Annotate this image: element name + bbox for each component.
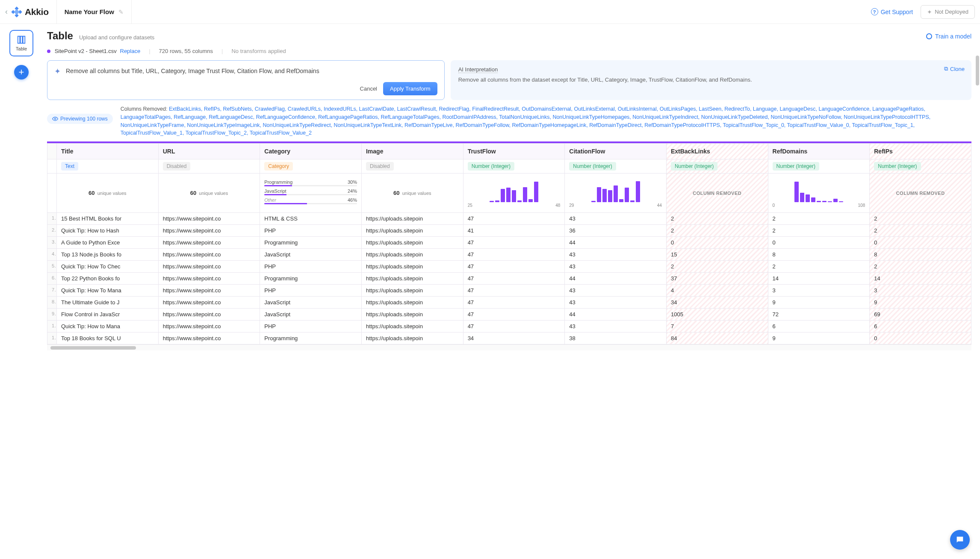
table-cell[interactable]: HTML & CSS [260, 213, 362, 225]
table-cell[interactable]: 36 [565, 225, 667, 237]
table-cell[interactable]: https://www.sitepoint.co [158, 285, 260, 297]
table-cell[interactable]: https://uploads.sitepoin [361, 332, 463, 344]
table-cell[interactable]: https://www.sitepoint.co [158, 297, 260, 309]
table-cell[interactable]: Programming [260, 237, 362, 249]
table-cell[interactable]: 41 [463, 225, 565, 237]
table-cell[interactable]: https://uploads.sitepoin [361, 225, 463, 237]
column-type-cell[interactable]: Text [57, 159, 159, 174]
table-row[interactable]: 8The Ultimate Guide to Jhttps://www.site… [47, 297, 971, 309]
dataset-replace-link[interactable]: Replace [120, 48, 141, 54]
table-cell[interactable]: The Ultimate Guide to J [57, 297, 159, 309]
column-type-cell[interactable]: Disabled [158, 159, 260, 174]
table-cell[interactable]: Programming [260, 273, 362, 285]
table-cell[interactable]: 6 [870, 321, 971, 332]
brand-logo[interactable]: Akkio [11, 6, 49, 18]
table-row[interactable]: 11Top 18 Books for SQL Uhttps://www.site… [47, 332, 971, 344]
column-type-cell[interactable]: Number (Integer) [768, 159, 870, 174]
table-cell[interactable]: Top 18 Books for SQL U [57, 332, 159, 344]
add-node-button[interactable]: + [14, 65, 29, 79]
table-cell[interactable]: JavaScript [260, 309, 362, 321]
table-cell[interactable]: 0 [870, 237, 971, 249]
table-cell[interactable]: https://uploads.sitepoin [361, 297, 463, 309]
column-type-cell[interactable]: Number (Integer) [565, 159, 667, 174]
table-cell[interactable]: 43 [565, 261, 667, 273]
table-cell[interactable]: 47 [463, 237, 565, 249]
table-cell[interactable]: https://uploads.sitepoin [361, 237, 463, 249]
table-cell[interactable]: 15 [666, 249, 768, 261]
column-type-cell[interactable]: Number (Integer) [666, 159, 768, 174]
table-cell[interactable]: https://www.sitepoint.co [158, 273, 260, 285]
table-cell[interactable]: 2 [666, 261, 768, 273]
table-cell[interactable]: 14 [768, 273, 870, 285]
table-cell[interactable]: https://www.sitepoint.co [158, 237, 260, 249]
table-cell[interactable]: 2 [666, 213, 768, 225]
table-cell[interactable]: https://uploads.sitepoin [361, 321, 463, 332]
table-cell[interactable]: 2 [768, 261, 870, 273]
table-cell[interactable]: 47 [463, 249, 565, 261]
column-header[interactable]: ExtBackLinks [666, 144, 768, 159]
clone-link[interactable]: ⧉ Clone [944, 65, 965, 72]
table-cell[interactable]: 44 [565, 309, 667, 321]
table-cell[interactable]: 0 [768, 237, 870, 249]
sidebar-node-table[interactable]: Table [9, 30, 33, 56]
column-header[interactable]: TrustFlow [463, 144, 565, 159]
table-cell[interactable]: 43 [565, 297, 667, 309]
table-cell[interactable]: 47 [463, 297, 565, 309]
table-cell[interactable]: 43 [565, 249, 667, 261]
table-cell[interactable]: Quick Tip: How to Mana [57, 321, 159, 332]
table-cell[interactable]: https://uploads.sitepoin [361, 309, 463, 321]
table-cell[interactable]: PHP [260, 225, 362, 237]
table-cell[interactable]: 9 [870, 297, 971, 309]
table-cell[interactable]: JavaScript [260, 249, 362, 261]
table-cell[interactable]: 3 [870, 285, 971, 297]
table-cell[interactable]: 2 [666, 225, 768, 237]
table-cell[interactable]: https://uploads.sitepoin [361, 285, 463, 297]
table-cell[interactable]: 7 [666, 321, 768, 332]
table-cell[interactable]: A Guide to Python Exce [57, 237, 159, 249]
horizontal-scrollbar[interactable] [47, 344, 971, 350]
table-row[interactable]: 115 Best HTML Books forhttps://www.sitep… [47, 213, 971, 225]
column-header[interactable]: Category [260, 144, 362, 159]
column-header[interactable]: Title [57, 144, 159, 159]
table-cell[interactable]: 8 [870, 249, 971, 261]
table-cell[interactable]: 0 [870, 332, 971, 344]
table-cell[interactable]: 8 [768, 249, 870, 261]
table-cell[interactable]: https://uploads.sitepoin [361, 261, 463, 273]
table-cell[interactable]: PHP [260, 285, 362, 297]
table-cell[interactable]: Quick Tip: How To Mana [57, 285, 159, 297]
table-cell[interactable]: https://www.sitepoint.co [158, 309, 260, 321]
table-row[interactable]: 2Quick Tip: How to Hashhttps://www.sitep… [47, 225, 971, 237]
vertical-scrollbar[interactable] [976, 56, 979, 85]
table-cell[interactable]: PHP [260, 261, 362, 273]
table-cell[interactable]: 1005 [666, 309, 768, 321]
column-header[interactable]: RefDomains [768, 144, 870, 159]
table-row[interactable]: 5Quick Tip: How To Chechttps://www.sitep… [47, 261, 971, 273]
table-cell[interactable]: 3 [768, 285, 870, 297]
table-row[interactable]: 4Top 13 Node.js Books fohttps://www.site… [47, 249, 971, 261]
table-cell[interactable]: https://www.sitepoint.co [158, 225, 260, 237]
column-header[interactable]: URL [158, 144, 260, 159]
table-cell[interactable]: 84 [666, 332, 768, 344]
table-cell[interactable]: 15 Best HTML Books for [57, 213, 159, 225]
table-cell[interactable]: 6 [768, 321, 870, 332]
table-cell[interactable]: Top 13 Node.js Books fo [57, 249, 159, 261]
column-type-cell[interactable]: Number (Integer) [463, 159, 565, 174]
table-cell[interactable]: 14 [870, 273, 971, 285]
column-header[interactable]: RefIPs [870, 144, 971, 159]
column-type-cell[interactable]: Number (Integer) [870, 159, 971, 174]
table-cell[interactable]: https://uploads.sitepoin [361, 273, 463, 285]
table-cell[interactable]: https://uploads.sitepoin [361, 249, 463, 261]
table-cell[interactable]: https://www.sitepoint.co [158, 213, 260, 225]
table-cell[interactable]: 69 [870, 309, 971, 321]
table-cell[interactable]: https://www.sitepoint.co [158, 249, 260, 261]
table-cell[interactable]: 47 [463, 273, 565, 285]
table-cell[interactable]: 47 [463, 321, 565, 332]
table-cell[interactable]: https://www.sitepoint.co [158, 261, 260, 273]
table-cell[interactable]: 47 [463, 309, 565, 321]
table-cell[interactable]: 0 [666, 237, 768, 249]
table-cell[interactable]: 2 [768, 225, 870, 237]
table-cell[interactable]: 4 [666, 285, 768, 297]
table-cell[interactable]: 2 [870, 213, 971, 225]
table-cell[interactable]: 43 [565, 321, 667, 332]
table-cell[interactable]: 44 [565, 273, 667, 285]
